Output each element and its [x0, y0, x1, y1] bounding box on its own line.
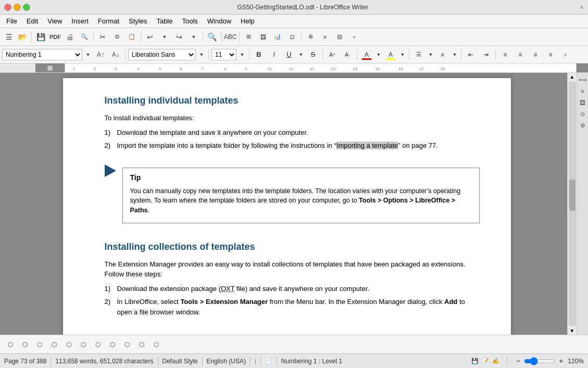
font-size-dropdown-icon[interactable]: ▼: [238, 48, 246, 61]
align-bottom-right[interactable]: ⬡: [33, 338, 46, 351]
list-unordered-button[interactable]: ☰: [412, 48, 426, 61]
menu-styles[interactable]: Styles: [124, 16, 151, 26]
align-left-button[interactable]: ≡: [498, 48, 512, 61]
indent-3[interactable]: ⬡: [92, 338, 104, 351]
properties-icon[interactable]: ⚙: [578, 121, 587, 130]
close-button[interactable]: [4, 4, 11, 11]
indent-1[interactable]: ⬡: [62, 338, 75, 351]
open-button[interactable]: 📂: [16, 30, 29, 44]
menu-edit[interactable]: Edit: [22, 16, 42, 26]
styles-panel-icon[interactable]: ≡: [578, 86, 587, 96]
view-options-icon[interactable]: ⟺: [578, 75, 587, 84]
align-right-button[interactable]: ≡: [529, 48, 542, 61]
style-dropdown-icon[interactable]: ▼: [84, 48, 92, 61]
scroll-up-button[interactable]: ▲: [569, 73, 576, 81]
menu-help[interactable]: Help: [236, 16, 259, 26]
print-button[interactable]: 🖨: [63, 30, 77, 44]
menu-format[interactable]: Format: [94, 16, 123, 26]
list-item: 2) In LibreOffice, select Tools > Extens…: [105, 297, 480, 317]
vertical-scrollbar[interactable]: ▲ ▼: [567, 73, 577, 335]
italic-button[interactable]: I: [267, 48, 281, 61]
ruler-corner[interactable]: [47, 66, 53, 71]
styles-button[interactable]: ≡: [318, 30, 332, 44]
chart-insert-button[interactable]: 📊: [271, 30, 284, 44]
menu-file[interactable]: File: [2, 16, 21, 26]
paste-button[interactable]: 📋: [125, 30, 139, 44]
align-bottom-center[interactable]: ⬡: [19, 338, 31, 351]
spell-check-button[interactable]: ABC: [223, 30, 237, 44]
menu-table[interactable]: Table: [152, 16, 177, 26]
zoom-in-button[interactable]: +: [557, 358, 565, 365]
list-2[interactable]: ⬡: [135, 338, 148, 351]
navigator-button[interactable]: ⊕: [304, 30, 317, 44]
find-button[interactable]: 🔍: [205, 30, 219, 44]
zoom-out-button[interactable]: −: [515, 358, 522, 365]
indent-4[interactable]: ⬡: [106, 338, 119, 351]
image-insert-button[interactable]: 🖼: [256, 30, 270, 44]
underline-options-icon[interactable]: ▼: [297, 48, 305, 61]
font-size-increase[interactable]: A↑: [94, 48, 107, 61]
ruler-inner: 1 2 3 4 5 6 7 8 9 10 11 12 13 14 15 16 1…: [65, 64, 577, 72]
new-button[interactable]: ☰: [2, 30, 16, 44]
copy-button[interactable]: ⧉: [110, 30, 124, 44]
document-body[interactable]: Installing individual templates To insta…: [63, 78, 511, 335]
align-center-button[interactable]: ≡: [514, 48, 527, 61]
indent-increase-button[interactable]: ⇥: [479, 48, 493, 61]
list-ordered-button[interactable]: ≡: [436, 48, 449, 61]
menu-window[interactable]: Window: [203, 16, 235, 26]
font-color-button[interactable]: A: [360, 48, 373, 61]
list-3[interactable]: ⬡: [150, 338, 162, 351]
style-dropdown[interactable]: Numbering 1 Default Paragraph Style Head…: [2, 49, 82, 60]
align-bottom-2[interactable]: ⬡: [48, 338, 60, 351]
indent-2[interactable]: ⬡: [77, 338, 90, 351]
save-as-pdf-button[interactable]: PDF: [48, 30, 62, 44]
status-right: 💾 📝 ✍ − + 120%: [471, 357, 584, 366]
maximize-button[interactable]: [23, 4, 30, 11]
para-intro: To install individual templates:: [105, 113, 480, 123]
align-bottom-left[interactable]: ⬡: [4, 338, 17, 351]
superscript-button[interactable]: A+: [326, 48, 339, 61]
menu-tools[interactable]: Tools: [178, 16, 202, 26]
highlight-options-icon[interactable]: ▼: [399, 48, 406, 61]
underline-button[interactable]: U: [282, 48, 296, 61]
highlight-button[interactable]: A: [384, 48, 397, 61]
list-1[interactable]: ⬡: [121, 338, 133, 351]
paragraph-style: Default Style: [162, 358, 198, 365]
table-insert-button[interactable]: ⊞: [242, 30, 255, 44]
document-scroll[interactable]: Installing individual templates To insta…: [6, 73, 567, 335]
cut-button[interactable]: ✂: [96, 30, 109, 44]
redo-history-button[interactable]: ▼: [187, 30, 201, 44]
scroll-track[interactable]: [569, 82, 576, 326]
scroll-down-button[interactable]: ▼: [569, 327, 576, 335]
subscript-button[interactable]: A-: [341, 48, 354, 61]
sidebar-button[interactable]: ▤: [333, 30, 346, 44]
align-justify-button[interactable]: ≡: [544, 48, 557, 61]
more-button[interactable]: »: [347, 30, 361, 44]
font-size-dropdown[interactable]: 11 10 12 14 16: [211, 49, 236, 60]
font-dropdown-icon[interactable]: ▼: [197, 48, 206, 61]
print-preview-button[interactable]: 🔍: [78, 30, 91, 44]
redo-button[interactable]: ↪: [172, 30, 186, 44]
undo-history-button[interactable]: ▼: [158, 30, 171, 44]
font-dropdown[interactable]: Liberation Sans Arial Times New Roman: [128, 49, 196, 60]
scroll-thumb[interactable]: [569, 180, 576, 211]
navigator-panel-icon[interactable]: ⊙: [578, 109, 587, 119]
list-options-icon[interactable]: ▼: [427, 48, 434, 61]
close-icon[interactable]: ×: [580, 3, 584, 11]
minimize-button[interactable]: [14, 4, 21, 11]
menu-insert[interactable]: Insert: [67, 16, 93, 26]
list-ordered-options-icon[interactable]: ▼: [451, 48, 458, 61]
zoom-control[interactable]: − +: [515, 358, 565, 365]
undo-button[interactable]: ↩: [143, 30, 157, 44]
bold-button[interactable]: B: [252, 48, 266, 61]
more-formatting-button[interactable]: »: [559, 48, 572, 61]
gallery-icon[interactable]: 🖼: [578, 98, 587, 107]
special-chars-button[interactable]: Ω: [285, 30, 299, 44]
zoom-slider[interactable]: [524, 358, 555, 365]
indent-decrease-button[interactable]: ⇤: [464, 48, 478, 61]
strikethrough-button[interactable]: S: [306, 48, 320, 61]
save-button[interactable]: 💾: [34, 30, 47, 44]
font-color-options-icon[interactable]: ▼: [375, 48, 382, 61]
font-size-decrease[interactable]: A↓: [109, 48, 122, 61]
menu-view[interactable]: View: [43, 16, 66, 26]
